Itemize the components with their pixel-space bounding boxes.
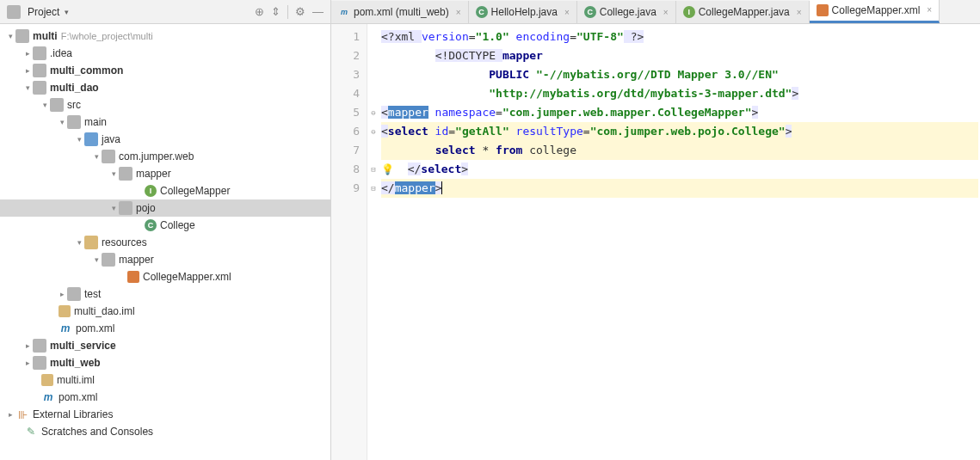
tree-label: pom.xml xyxy=(76,322,114,334)
tree-item[interactable]: java xyxy=(0,131,330,148)
maven-file-icon: m xyxy=(338,6,350,18)
tab-college[interactable]: CCollege.java× xyxy=(577,1,676,23)
iml-file-icon xyxy=(41,374,53,386)
package-icon xyxy=(102,150,115,163)
code-line: </mapper> xyxy=(381,179,978,198)
close-icon[interactable]: × xyxy=(797,8,802,17)
tree-path: F:\whole_project\multi xyxy=(61,31,153,41)
tab-collegemapper-java[interactable]: ICollegeMapper.java× xyxy=(676,1,810,23)
tree-item[interactable]: ⊪External Libraries xyxy=(0,406,330,423)
tree-item[interactable]: mapper xyxy=(0,165,330,182)
tree-item-selected[interactable]: pojo xyxy=(0,199,330,217)
line-number: 3 xyxy=(331,65,360,84)
code-line: 💡 </select> xyxy=(381,160,978,179)
tree-item[interactable]: .idea xyxy=(0,45,330,62)
folder-icon xyxy=(67,115,81,129)
xml-file-icon xyxy=(817,4,829,16)
tree-item[interactable]: multi_service xyxy=(0,337,330,354)
code-area[interactable]: <?xml version="1.0" encoding="UTF-8" ?> … xyxy=(379,24,980,460)
maven-file-icon: m xyxy=(41,390,55,404)
tab-label: CollegeMapper.xml xyxy=(832,4,921,16)
close-icon[interactable]: × xyxy=(663,8,669,17)
code-line: "http://mybatis.org/dtd/mybatis-3-mapper… xyxy=(381,84,978,103)
tree-item[interactable]: multi.iml xyxy=(0,371,330,389)
tree-label: mapper xyxy=(136,168,171,180)
tree-item[interactable]: CCollege xyxy=(0,217,330,234)
tab-pom[interactable]: mpom.xml (multi_web)× xyxy=(331,1,469,23)
divider xyxy=(287,5,288,19)
fold-icon[interactable]: ⊖ xyxy=(367,122,379,141)
project-tree[interactable]: multi F:\whole_project\multi .idea multi… xyxy=(0,24,330,460)
panel-toolbar: ⊕ ⇕ ⚙ — xyxy=(255,5,324,19)
tree-item[interactable]: resources xyxy=(0,234,330,251)
tab-collegemapper-xml[interactable]: CollegeMapper.xml× xyxy=(810,0,940,23)
tree-label: pojo xyxy=(136,202,156,214)
tree-item[interactable]: com.jumper.web xyxy=(0,148,330,165)
tree-item[interactable]: ICollegeMapper xyxy=(0,182,330,199)
lightbulb-icon[interactable]: 💡 xyxy=(381,163,394,175)
panel-header: Project ▾ ⊕ ⇕ ⚙ — xyxy=(0,0,330,24)
settings-icon[interactable]: ⚙ xyxy=(295,5,305,18)
class-icon: C xyxy=(476,6,488,18)
tree-item[interactable]: multi_dao.iml xyxy=(0,303,330,320)
libraries-icon: ⊪ xyxy=(15,408,29,421)
tree-label: pom.xml xyxy=(59,391,97,403)
close-icon[interactable]: × xyxy=(564,8,570,17)
tree-label: main xyxy=(84,116,107,128)
line-number: 6 xyxy=(331,122,360,141)
tree-item[interactable]: main xyxy=(0,113,330,131)
resources-folder-icon xyxy=(84,236,98,249)
module-icon xyxy=(33,81,46,95)
tree-label: java xyxy=(102,133,120,145)
tree-label: .idea xyxy=(50,47,72,59)
close-icon[interactable]: × xyxy=(927,5,932,15)
tree-item[interactable]: mpom.xml xyxy=(0,320,330,337)
interface-icon: I xyxy=(683,6,695,18)
xml-file-icon xyxy=(127,271,139,283)
tree-item[interactable]: multi_dao xyxy=(0,79,330,96)
editor-panel: mpom.xml (multi_web)× CHelloHelp.java× C… xyxy=(331,0,980,460)
tree-item[interactable]: multi_web xyxy=(0,354,330,371)
target-icon[interactable]: ⊕ xyxy=(255,5,264,18)
line-gutter: 1 2 3 4 5 6 7 8 9 xyxy=(331,24,367,460)
folder-icon xyxy=(102,253,115,267)
fold-end-icon[interactable]: ⊟ xyxy=(367,160,379,179)
module-icon xyxy=(33,356,46,370)
panel-title[interactable]: Project xyxy=(28,6,59,18)
tab-label: CollegeMapper.java xyxy=(699,6,790,18)
tree-label: External Libraries xyxy=(33,408,113,420)
code-editor[interactable]: 1 2 3 4 5 6 7 8 9 ⊖ ⊖ ⊟ ⊟ <?xml version=… xyxy=(331,24,980,460)
tab-hellohelp[interactable]: CHelloHelp.java× xyxy=(469,1,577,23)
tree-item[interactable]: multi_common xyxy=(0,62,330,79)
tree-item[interactable]: src xyxy=(0,96,330,113)
line-number: 5 xyxy=(331,103,360,122)
tree-label: multi_dao xyxy=(50,82,99,94)
tree-item[interactable]: mapper xyxy=(0,251,330,268)
line-number: 1 xyxy=(331,28,360,46)
code-line: <select id="getAll" resultType="com.jump… xyxy=(381,122,978,141)
chevron-down-icon[interactable]: ▾ xyxy=(65,8,69,16)
fold-end-icon[interactable]: ⊟ xyxy=(367,179,379,198)
tree-item[interactable]: ✎Scratches and Consoles xyxy=(0,423,330,440)
tree-item[interactable]: mpom.xml xyxy=(0,389,330,406)
tree-root[interactable]: multi F:\whole_project\multi xyxy=(0,28,330,45)
line-number: 9 xyxy=(331,179,360,198)
source-folder-icon xyxy=(84,132,98,146)
class-icon: C xyxy=(584,6,596,18)
tree-item[interactable]: CollegeMapper.xml xyxy=(0,268,330,285)
tree-label: test xyxy=(84,288,101,300)
tab-label: College.java xyxy=(600,6,656,18)
fold-icon[interactable]: ⊖ xyxy=(367,103,379,122)
tree-item[interactable]: test xyxy=(0,285,330,303)
tree-label: resources xyxy=(102,236,147,248)
tab-label: HelloHelp.java xyxy=(491,6,558,18)
close-icon[interactable]: × xyxy=(456,8,461,17)
code-line: select * from college xyxy=(381,141,978,160)
iml-file-icon xyxy=(59,305,71,317)
tree-label: multi.iml xyxy=(57,374,95,386)
line-number: 7 xyxy=(331,141,360,160)
collapse-icon[interactable]: ⇕ xyxy=(271,5,280,18)
hide-icon[interactable]: — xyxy=(312,5,324,18)
editor-tabs: mpom.xml (multi_web)× CHelloHelp.java× C… xyxy=(331,0,980,24)
folder-icon xyxy=(50,98,64,112)
